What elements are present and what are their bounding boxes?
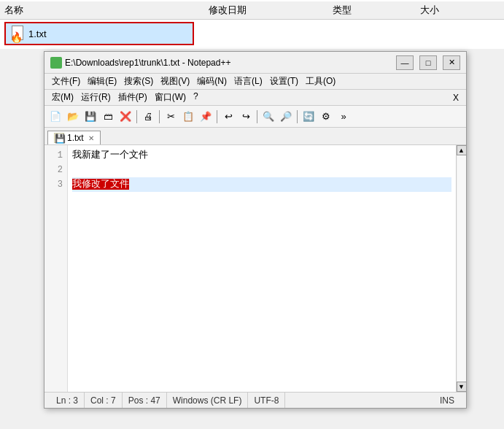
editor-line-1: 我新建了一个文件 <box>72 148 451 163</box>
toolbar-settings[interactable]: ⚙ <box>318 109 334 125</box>
toolbar-copy[interactable]: 📋 <box>180 109 196 125</box>
scroll-track[interactable] <box>457 155 466 382</box>
menu-bar-2: 宏(M) 运行(R) 插件(P) 窗口(W) ? X <box>44 90 466 106</box>
menu-edit[interactable]: 编辑(E) <box>85 74 120 88</box>
menu-bar-1: 文件(F) 编辑(E) 搜索(S) 视图(V) 编码(N) 语言(L) 设置(T… <box>44 74 466 90</box>
col-type: 类型 <box>333 4 420 17</box>
col-date: 修改日期 <box>209 4 333 17</box>
editor-line-2 <box>72 163 451 177</box>
toolbar-find[interactable]: 🔍 <box>260 109 276 125</box>
menu-macro[interactable]: 宏(M) <box>49 90 77 104</box>
toolbar-paste[interactable]: 📌 <box>198 109 214 125</box>
scroll-down-arrow[interactable]: ▼ <box>457 382 467 392</box>
editor-container: 1 2 3 我新建了一个文件 我修改了文件 ▲ ▼ <box>44 145 466 392</box>
window-controls: — □ ✕ <box>396 55 460 70</box>
file-type-icon: 🔥 <box>10 26 25 42</box>
menu-bar-close-x[interactable]: X <box>450 92 462 104</box>
flame-icon: 🔥 <box>10 31 23 43</box>
close-button[interactable]: ✕ <box>443 55 460 70</box>
menu-help[interactable]: ? <box>190 90 201 104</box>
toolbar-cut[interactable]: ✂ <box>163 109 179 125</box>
toolbar-save-all[interactable]: 🗃 <box>100 109 116 125</box>
status-ln: Ln : 3 <box>50 393 85 408</box>
editor-content[interactable]: 我新建了一个文件 我修改了文件 <box>68 145 456 392</box>
maximize-button[interactable]: □ <box>419 55 437 70</box>
scroll-up-arrow[interactable]: ▲ <box>457 145 467 155</box>
toolbar-more[interactable]: » <box>336 109 352 125</box>
status-line-ending: Windows (CR LF) <box>167 393 249 408</box>
menu-file[interactable]: 文件(F) <box>49 74 83 88</box>
menu-encoding[interactable]: 编码(N) <box>194 74 230 88</box>
line-number-2: 2 <box>44 163 67 177</box>
toolbar-sep-5 <box>297 110 298 123</box>
menu-language[interactable]: 语言(L) <box>231 74 265 88</box>
status-pos: Pos : 47 <box>123 393 167 408</box>
selected-text: 我修改了文件 <box>72 179 129 190</box>
status-bar: Ln : 3 Col : 7 Pos : 47 Windows (CR LF) … <box>44 392 466 408</box>
vertical-scrollbar[interactable]: ▲ ▼ <box>456 145 466 392</box>
toolbar-sep-2 <box>159 110 160 123</box>
menu-view[interactable]: 视图(V) <box>158 74 193 88</box>
menu-search[interactable]: 搜索(S) <box>121 74 156 88</box>
toolbar-sep-1 <box>136 110 137 123</box>
menu-bar-2-left: 宏(M) 运行(R) 插件(P) 窗口(W) ? <box>49 90 201 104</box>
toolbar-undo[interactable]: ↩ <box>220 109 236 125</box>
file-name: 1.txt <box>28 28 47 39</box>
editor-line-3: 我修改了文件 <box>72 177 451 192</box>
col-size: 大小 <box>420 4 500 17</box>
menu-settings[interactable]: 设置(T) <box>267 74 301 88</box>
toolbar-redo[interactable]: ↪ <box>238 109 254 125</box>
toolbar-print[interactable]: 🖨 <box>140 109 156 125</box>
column-headers: 名称 修改日期 类型 大小 <box>0 1 504 20</box>
menu-window[interactable]: 窗口(W) <box>152 90 189 104</box>
menu-run[interactable]: 运行(R) <box>78 90 114 104</box>
menu-plugins[interactable]: 插件(P) <box>115 90 150 104</box>
toolbar-open[interactable]: 📂 <box>65 109 81 125</box>
tab-bar: 💾 1.txt ✕ <box>44 128 466 145</box>
tab-label: 1.txt <box>67 133 84 143</box>
toolbar-sync[interactable]: 🔄 <box>301 109 317 125</box>
window-title: E:\Downloads\rep1\trunk\1.txt - Notepad+… <box>65 58 396 68</box>
toolbar-zoom[interactable]: 🔎 <box>278 109 294 125</box>
menu-tools[interactable]: 工具(O) <box>303 74 338 88</box>
tab-1txt[interactable]: 💾 1.txt ✕ <box>47 131 101 144</box>
status-col: Col : 7 <box>85 393 123 408</box>
file-explorer: 名称 修改日期 类型 大小 🔥 1.txt <box>0 0 504 49</box>
toolbar-sep-3 <box>217 110 217 123</box>
toolbar-save[interactable]: 💾 <box>82 109 98 125</box>
toolbar-close[interactable]: ❌ <box>117 109 133 125</box>
app-icon <box>50 57 62 69</box>
line-numbers: 1 2 3 <box>44 145 68 392</box>
toolbar-new[interactable]: 📄 <box>47 109 63 125</box>
notepad-window: E:\Downloads\rep1\trunk\1.txt - Notepad+… <box>44 51 467 409</box>
line-number-3: 3 <box>44 177 67 192</box>
status-encoding: UTF-8 <box>248 393 285 408</box>
tab-file-icon: 💾 <box>54 133 64 143</box>
tab-close-btn[interactable]: ✕ <box>88 134 94 142</box>
titlebar: E:\Downloads\rep1\trunk\1.txt - Notepad+… <box>44 52 466 74</box>
toolbar-sep-4 <box>257 110 257 123</box>
status-mode: INS <box>434 393 460 408</box>
toolbar: 📄 📂 💾 🗃 ❌ 🖨 ✂ 📋 📌 ↩ ↪ 🔍 🔎 🔄 ⚙ » <box>44 106 466 128</box>
minimize-button[interactable]: — <box>396 55 414 70</box>
file-row[interactable]: 🔥 1.txt <box>4 22 194 45</box>
line-number-1: 1 <box>44 148 67 163</box>
col-name: 名称 <box>4 4 209 17</box>
